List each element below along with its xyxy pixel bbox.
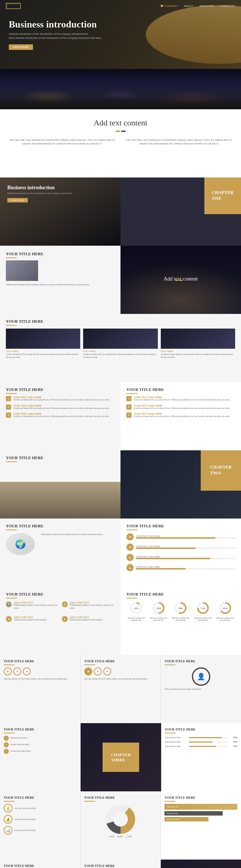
- slide5-left-panel: YOUR TITLE HERE Pellentesque habitant mo…: [0, 246, 120, 314]
- addtext-text-1: Pellentesque habitant morbi tristique se…: [14, 604, 59, 609]
- circle-icon-2b: ♦: [94, 667, 102, 675]
- nav-link-contacts[interactable]: CONTACTS: [220, 5, 235, 7]
- addtext-item-4: ♦ ADD YOUR TEXT Pellentesque habitant mo…: [62, 616, 115, 622]
- ch3-progress-track-3: [189, 746, 228, 747]
- slide-addtext-donut: YOUR TITLE HERE 🌍 ADD YOUR TEXT Pellente…: [0, 587, 241, 655]
- svg-text:50%: 50%: [156, 607, 161, 609]
- list-item-1: 1 YOUR TEXT GOES HERE A body text better…: [6, 396, 115, 402]
- list-text-6: A body text better with you using this t…: [134, 415, 230, 418]
- addtext-col: YOUR TITLE HERE 🌍 ADD YOUR TEXT Pellente…: [0, 587, 120, 655]
- slide6-img-box-1: [6, 329, 80, 349]
- progress-icon-3: ●: [126, 554, 134, 561]
- globe-icon: 🌍: [6, 533, 35, 555]
- chapter-one-read-more-button[interactable]: READ MORE: [7, 198, 28, 202]
- slide-two-col-list: YOUR TITLE HERE 1 YOUR TEXT GOES HERE A …: [0, 382, 241, 450]
- small-slide-2-title: YOUR TITLE HERE: [84, 659, 157, 663]
- slide5-left-text: Pellentesque habitant morbi tristique se…: [6, 283, 115, 286]
- ch3-progress-label-3: Add progress title: [165, 745, 187, 747]
- list-heading-1: YOUR TEXT GOES HERE: [13, 396, 110, 399]
- last-col-1: YOUR TITLE HERE Add your writing free an…: [0, 860, 81, 868]
- misc-item-1b: 💰 Add your text here writing: [4, 815, 77, 824]
- chapter-three-left-title: YOUR TITLE HERE: [4, 728, 77, 731]
- globe-text: Pellentesque habitant morbi tristique se…: [41, 533, 103, 536]
- circle-icon-2c: ●: [103, 667, 111, 675]
- circle-icon-1c: ●: [23, 667, 31, 675]
- misc-col-2-chart: ■ 60% ■ 30% ■ 10%: [84, 805, 157, 838]
- slide7-left-title: YOUR TITLE HERE: [6, 387, 115, 392]
- slide6-item-1: TEXT HERE A body text better with you us…: [6, 329, 80, 359]
- slide5-left-title: YOUR TITLE HERE: [6, 252, 115, 256]
- slide-add-text-content: Add text content THIS TEXT WILL NOT APPE…: [0, 109, 241, 177]
- svg-text:10%: 10%: [134, 607, 139, 609]
- list-content-3: YOUR TEXT GOES HERE A body text better w…: [13, 413, 110, 418]
- list-text-2: A body text better with you using this t…: [13, 407, 110, 410]
- last-col-2: YOUR TITLE HERE: [81, 860, 161, 868]
- pie-legend-3: ■ 10%: [126, 835, 131, 838]
- ch3-progress-2: Add progress title 60%: [165, 741, 237, 743]
- slide5-right-panel: Add text content: [120, 246, 241, 314]
- donut-col-title: YOUR TITLE HERE: [126, 592, 235, 596]
- slide6-item-2: TEXT HERE A body text better with you us…: [83, 329, 157, 359]
- donut-col-underline: [126, 598, 137, 598]
- chapter-one-content: Business introduction General introducti…: [0, 177, 120, 210]
- nav-bar: COMPANY ABOUT SERVICES CONTACTS: [0, 0, 241, 12]
- chapter-one-title: Business introduction: [7, 185, 113, 191]
- donut-item-1: 10% Add your writing, free and add this.: [126, 601, 147, 621]
- small-slide-3-underline: [164, 664, 175, 665]
- progress-fill-2: [136, 547, 196, 549]
- addtext-text-4: Pellentesque habitant morbi tristique.: [70, 619, 103, 622]
- chapter-three-mid: CHAPTERTHREE: [81, 723, 161, 791]
- list-heading-5: YOUR TEXT GOES HERE: [134, 404, 230, 407]
- donut-svg-4: 75%: [196, 601, 210, 615]
- misc-col-2-title: YOUR TITLE HERE: [84, 796, 157, 799]
- misc-col-1: YOUR TITLE HERE 💡 Add your text here wri…: [0, 791, 81, 860]
- circle-icon-row-2: ★ ♦ ●: [84, 667, 157, 675]
- svg-rect-0: [7, 4, 21, 9]
- list-content-6: YOUR TEXT GOES HERE A body text better w…: [134, 413, 230, 418]
- ch3-progress-3: Add progress title 70%: [165, 745, 237, 747]
- chapter-one-right: CHAPTERONE: [120, 177, 241, 246]
- addtext-col-title: YOUR TITLE HERE: [6, 592, 115, 596]
- addtext-content-2: ADD YOUR TEXT Pellentesque habitant morb…: [70, 601, 115, 609]
- chapter-three-left-underline: [4, 733, 15, 733]
- small-slide-3: YOUR TITLE HERE 👤 Add your writing, free…: [161, 655, 241, 723]
- donut-row: 10% Add your writing, free and add this.…: [126, 601, 235, 621]
- donut-label-2: Add your writing, free and add this.: [149, 617, 169, 621]
- slide7-left-col: YOUR TITLE HERE 1 YOUR TEXT GOES HERE A …: [0, 382, 120, 450]
- slide6-label-2: TEXT HERE: [83, 350, 157, 352]
- list-text-1: A body text better with you using this t…: [13, 399, 110, 402]
- last-col-biz: Business introduction General introducti…: [161, 860, 241, 868]
- circle-icon-row-1: ★ ♦ ●: [4, 667, 77, 675]
- ch3-icon-2: ✓: [4, 742, 9, 747]
- dividers: [116, 131, 126, 132]
- ch3-progress-track-2: [189, 741, 228, 743]
- ch3-progress-label-1: Add progress title: [165, 736, 187, 739]
- slide7-right-title: YOUR TITLE HERE: [126, 387, 235, 392]
- addtext-icon-2: ⚙: [62, 601, 68, 607]
- slide7-right-col: YOUR TITLE HERE 4 YOUR TEXT GOES HERE A …: [120, 382, 241, 450]
- donut-label-5: Add your writing, free and add this.: [215, 617, 235, 621]
- chapter-one-badge-text: CHAPTERONE: [212, 190, 234, 201]
- misc-item-1a: 💡 Add your text here writing: [4, 804, 77, 813]
- nav-link-about[interactable]: ABOUT: [184, 5, 194, 7]
- bar-label-3: Data item three: [167, 818, 179, 820]
- list-num-2: 2: [6, 404, 11, 410]
- chapter-one-badge: CHAPTERONE: [204, 177, 241, 214]
- nav-link-services[interactable]: SERVICES: [200, 5, 214, 7]
- list-heading-2: YOUR TEXT GOES HERE: [13, 404, 110, 407]
- list-content-5: YOUR TEXT GOES HERE A body text better w…: [134, 404, 230, 410]
- ch3-progress-label-2: Add progress title: [165, 741, 187, 743]
- dot-orange-2: [179, 280, 182, 281]
- slide5-dots: [175, 280, 186, 281]
- slide6-img-row: TEXT HERE A body text better with you us…: [6, 329, 235, 359]
- nav-link-company[interactable]: COMPANY: [161, 5, 178, 7]
- list-num-1: 1: [6, 396, 11, 401]
- donut-item-4: 75% Add your writing, free and add this.: [193, 601, 213, 621]
- slide-chapter-three: YOUR TITLE HERE ✓ Add text content here …: [0, 723, 241, 791]
- ch3-icon-3: ✓: [4, 749, 9, 754]
- small-slide-2-text: Add your writing, free and simple writin…: [84, 678, 157, 681]
- hero-read-more-button[interactable]: READ MORE: [9, 44, 33, 50]
- slide6-img-box-3: [161, 329, 235, 349]
- list-num-6: 6: [126, 413, 131, 418]
- slide5-left-underline: [6, 257, 17, 258]
